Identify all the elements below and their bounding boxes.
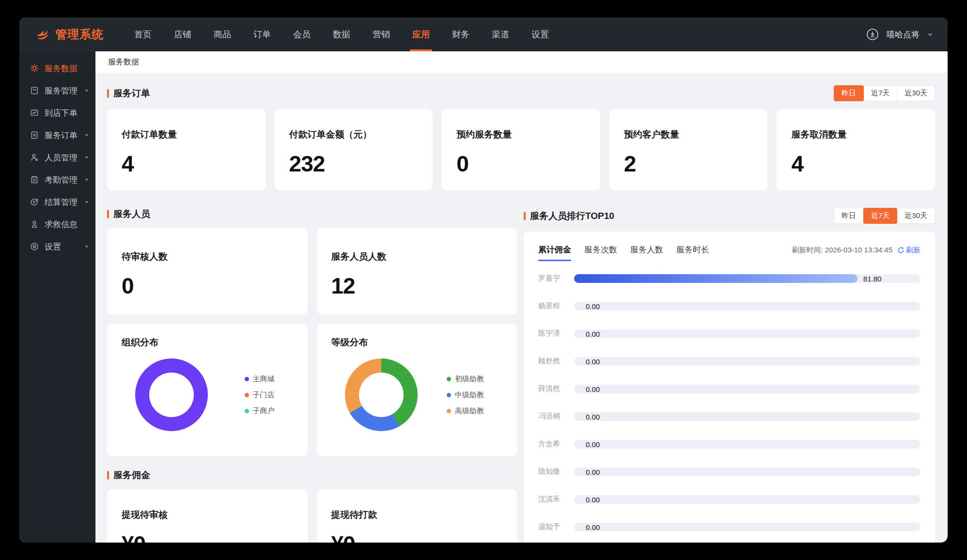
distribution-charts: 组织分布 主商城子门店子商户 等级分布 初级助教中级助教高: [107, 324, 517, 456]
main-area: 服务数据 服务订单 昨日近7天近30天 付款订单数量4付款订单金额（元）232预…: [95, 51, 948, 543]
user-name[interactable]: 嘻哈点将: [887, 29, 920, 40]
refresh-label: 刷新: [906, 246, 920, 255]
top10-bar-row: 顾舒然0.00: [538, 357, 920, 366]
stat-card-label: 服务人员人数: [331, 250, 503, 263]
topnav-item-8[interactable]: 财务: [441, 17, 481, 51]
bar-value: 0.00: [586, 412, 600, 420]
section-accent-bar: [107, 471, 109, 480]
legend-dot-icon: [447, 409, 451, 413]
staff-section-title: 服务人员: [107, 208, 150, 220]
top10-time-filter: 昨日近7天近30天: [834, 208, 935, 224]
bar-row-name: 薛清然: [538, 384, 566, 393]
top10-tab-3[interactable]: 服务时长: [676, 244, 709, 256]
legend-label: 高级助教: [455, 406, 484, 416]
section-accent-bar: [107, 210, 109, 218]
stat-card-value: 12: [331, 273, 503, 299]
legend-item: 主商城: [245, 374, 275, 384]
sidebar-item-3[interactable]: 服务订单: [19, 124, 95, 146]
service-badge-icon: [30, 86, 39, 95]
stat-card: 提现待审核¥0: [107, 489, 308, 543]
topnav-item-9[interactable]: 渠道: [481, 17, 520, 51]
chevron-down-icon: [84, 200, 89, 204]
stat-card-label: 预约服务数量: [456, 128, 586, 141]
stat-card-label: 付款订单数量: [122, 128, 251, 141]
filter-button-0[interactable]: 昨日: [834, 208, 863, 223]
sidebar-item-5[interactable]: 考勤管理: [19, 169, 95, 191]
top10-tab-1[interactable]: 服务次数: [584, 244, 617, 256]
refresh-button[interactable]: 刷新: [897, 246, 920, 255]
filter-button-1[interactable]: 近7天: [863, 208, 897, 224]
sidebar-item-7[interactable]: 求救信息: [19, 213, 95, 235]
topnav-item-2[interactable]: 商品: [203, 17, 242, 51]
app-window: 管理系统 首页店铺商品订单会员数据营销应用财务渠道设置 嘻哈点将 服务数据服务管…: [19, 17, 948, 543]
stat-card: 服务人员人数12: [317, 228, 517, 314]
stat-card-value: ¥0: [122, 531, 293, 543]
stat-card: 提现待打款¥0: [317, 489, 517, 543]
refresh-area: 刷新时间: 2026-03-10 13:34:45 刷新: [792, 246, 920, 255]
legend-label: 主商城: [253, 374, 275, 384]
bar-track: 0.00: [574, 440, 920, 449]
bar-track: 0.00: [574, 302, 920, 311]
topnav-item-5[interactable]: 数据: [322, 17, 361, 51]
refresh-time: 刷新时间: 2026-03-10 13:34:45: [792, 246, 892, 255]
sidebar-item-label: 服务订单: [45, 130, 78, 141]
bar-track: 0.00: [574, 467, 920, 476]
download-icon[interactable]: [866, 28, 879, 41]
staff-stat-cards: 待审核人数0服务人员人数12: [107, 228, 517, 314]
top10-tab-2[interactable]: 服务人数: [630, 244, 663, 256]
sidebar-item-2[interactable]: 到店下单: [19, 102, 95, 124]
chevron-down-icon[interactable]: [927, 31, 933, 37]
top10-bar-row: 方念希0.00: [538, 439, 920, 449]
commission-section-title: 服务佣金: [107, 469, 150, 482]
top-navbar: 管理系统 首页店铺商品订单会员数据营销应用财务渠道设置 嘻哈点将: [19, 17, 948, 51]
stat-card-label: 提现待打款: [331, 509, 503, 521]
bar-row-name: 陈宇泽: [538, 329, 566, 338]
bar-row-name: 沈清禾: [538, 495, 566, 504]
sidebar-item-8[interactable]: 设置: [19, 235, 95, 258]
topnav-item-4[interactable]: 会员: [282, 17, 322, 51]
sidebar-item-1[interactable]: 服务管理: [19, 79, 95, 102]
filter-button-0[interactable]: 昨日: [834, 85, 864, 101]
topnav-item-0[interactable]: 首页: [123, 17, 163, 51]
bar-row-name: 陆知微: [538, 467, 566, 476]
sidebar-item-4[interactable]: 人员管理: [19, 146, 95, 169]
staff-section-header: 服务人员: [107, 208, 517, 220]
refresh-icon: [897, 247, 905, 254]
logo-icon: [36, 28, 50, 41]
filter-button-2[interactable]: 近30天: [897, 208, 935, 223]
stat-card: 付款订单金额（元）232: [275, 109, 433, 190]
stat-card: 付款订单数量4: [107, 109, 265, 190]
topnav-item-3[interactable]: 订单: [242, 17, 282, 51]
legend-item: 中级助教: [447, 390, 484, 400]
top10-section-header: 服务人员排行TOP10 昨日近7天近30天: [524, 208, 935, 224]
stat-card-label: 预约客户数量: [624, 128, 753, 141]
legend-dot-icon: [245, 393, 249, 397]
section-accent-bar: [107, 89, 109, 98]
top10-tab-0[interactable]: 累计佣金: [538, 244, 571, 256]
bar-track: 0.00: [574, 329, 920, 338]
sidebar-item-label: 结算管理: [45, 197, 78, 208]
stat-card-label: 付款订单金额（元）: [289, 128, 419, 141]
sidebar-item-6[interactable]: 结算管理: [19, 191, 95, 213]
filter-button-1[interactable]: 近7天: [863, 86, 897, 101]
sidebar: 服务数据服务管理到店下单服务订单人员管理考勤管理结算管理求救信息设置: [19, 51, 95, 543]
user-group-icon: [30, 153, 39, 162]
topnav-item-7[interactable]: 应用: [401, 17, 441, 51]
top10-column: 服务人员排行TOP10 昨日近7天近30天 累计佣金服务次数服务人数服务时长 刷…: [524, 205, 935, 543]
stat-card-label: 待审核人数: [122, 250, 293, 263]
top10-bar-row: 罗嘉宇81.80: [538, 274, 920, 283]
sidebar-item-0[interactable]: 服务数据: [19, 57, 95, 79]
filter-button-2[interactable]: 近30天: [897, 86, 935, 101]
commission-section-header: 服务佣金: [107, 469, 517, 482]
bar-row-name: 方念希: [538, 439, 566, 449]
staff-section-title-text: 服务人员: [113, 208, 150, 220]
topnav-item-6[interactable]: 营销: [361, 17, 401, 51]
navbar-right: 嘻哈点将: [866, 28, 933, 41]
chevron-down-icon: [84, 244, 89, 249]
stat-card: 待审核人数0: [107, 228, 308, 314]
topnav-item-1[interactable]: 店铺: [163, 17, 203, 51]
topnav-item-10[interactable]: 设置: [520, 17, 560, 51]
bar-track: 0.00: [574, 412, 920, 421]
stat-card-value: 4: [122, 151, 251, 177]
top10-bar-row: 温知予0.00: [538, 522, 920, 531]
